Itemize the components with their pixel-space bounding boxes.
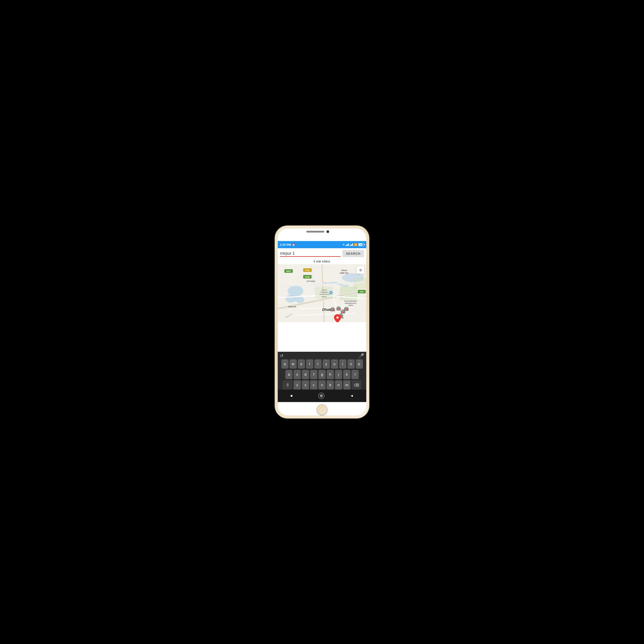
svg-rect-42 xyxy=(345,307,348,308)
signal-bars-2 xyxy=(350,243,353,246)
search-input-container[interactable]: mirpur 1 xyxy=(280,251,341,257)
microphone-icon[interactable]: 🎤 xyxy=(358,353,364,358)
key-5[interactable]: 5t xyxy=(314,359,322,369)
status-bar: 2:25 PM ⏰ ✈ xyxy=(278,241,366,248)
key-4[interactable]: 4r xyxy=(306,359,313,369)
home-button[interactable] xyxy=(318,393,324,399)
key-0[interactable]: 0p xyxy=(356,359,363,369)
status-right: ✈ 📶 8 xyxy=(343,243,364,246)
key-s[interactable]: s xyxy=(294,370,301,379)
signal-bars-1 xyxy=(345,243,349,246)
key-k[interactable]: k xyxy=(343,370,350,379)
search-bar: mirpur 1 SEARCH xyxy=(278,248,366,259)
svg-rect-6 xyxy=(353,278,366,289)
svg-rect-45 xyxy=(339,314,342,315)
keyboard[interactable]: ↺ 🎤 1q 2w 3e 4r 5t 6y 7u 8i 9o xyxy=(278,352,366,402)
key-1[interactable]: 1q xyxy=(281,359,288,369)
svg-text:Uttara: Uttara xyxy=(341,269,347,271)
svg-text:Shahjalal: Shahjalal xyxy=(321,291,328,293)
key-a[interactable]: a xyxy=(285,370,292,379)
svg-rect-33 xyxy=(331,307,334,309)
key-b[interactable]: b xyxy=(327,380,334,390)
language-switch-icon[interactable]: ↺ xyxy=(280,353,283,358)
key-3[interactable]: 3e xyxy=(298,359,305,369)
svg-point-2 xyxy=(286,295,297,303)
status-left: 2:25 PM ⏰ xyxy=(280,243,295,246)
svg-text:⛽: ⛽ xyxy=(345,308,347,310)
key-x[interactable]: x xyxy=(302,380,309,390)
svg-text:N302: N302 xyxy=(305,276,310,278)
svg-text:N501: N501 xyxy=(286,270,291,272)
battery-icon: 80 xyxy=(358,243,364,246)
wifi-icon: 📶 xyxy=(354,243,357,246)
phone-screen-container: 2:25 PM ⏰ ✈ xyxy=(278,229,366,415)
key-9[interactable]: 9o xyxy=(347,359,355,369)
keyboard-top-bar: ↺ 🎤 xyxy=(278,352,366,359)
status-time: 2:25 PM xyxy=(280,243,291,246)
svg-text:Hazrat: Hazrat xyxy=(322,289,327,291)
search-input[interactable]: mirpur 1 xyxy=(280,251,341,256)
svg-text:UTTARA: UTTARA xyxy=(307,280,316,283)
key-6[interactable]: 6y xyxy=(323,359,330,369)
key-8[interactable]: 8i xyxy=(339,359,346,369)
svg-text:R303: R303 xyxy=(305,269,310,271)
key-2[interactable]: 2w xyxy=(290,359,297,369)
map-background: N501 R303 N302 N30 Uttara ABM City xyxy=(278,264,366,322)
svg-rect-36 xyxy=(337,306,340,308)
svg-text:International: International xyxy=(319,293,329,295)
svg-point-47 xyxy=(336,316,339,319)
key-j[interactable]: j xyxy=(335,370,342,379)
alarm-icon: ⏰ xyxy=(292,243,295,246)
key-row-1: 1q 2w 3e 4r 5t 6y 7u 8i 9o 0p xyxy=(279,359,365,369)
key-f[interactable]: f xyxy=(310,370,317,379)
key-n[interactable]: n xyxy=(335,380,342,390)
map-container[interactable]: N501 R303 N302 N30 Uttara ABM City xyxy=(278,264,366,322)
key-g[interactable]: g xyxy=(318,370,326,379)
recent-apps-button[interactable]: ■ xyxy=(290,394,293,398)
phone-device: 2:25 PM ⏰ ✈ xyxy=(275,226,369,418)
svg-text:RESIDENTIAL: RESIDENTIAL xyxy=(345,302,357,304)
key-d[interactable]: d xyxy=(302,370,309,379)
svg-point-3 xyxy=(295,297,304,303)
key-row-3: ⇧ z x c v b n m ⌫ xyxy=(279,380,365,390)
key-m[interactable]: m xyxy=(343,380,350,390)
key-h[interactable]: h xyxy=(327,370,334,379)
phone-camera xyxy=(326,230,329,233)
phone-speaker xyxy=(306,231,324,233)
location-button[interactable]: ⊕ xyxy=(356,266,364,274)
key-row-2: a s d f g h j k l xyxy=(279,370,365,379)
crosshair-icon: ⊕ xyxy=(359,268,362,272)
bottom-nav-bar: ■ ◄ xyxy=(278,390,366,402)
key-z[interactable]: z xyxy=(294,380,301,390)
search-button[interactable]: SEARCH xyxy=(342,250,364,257)
svg-text:AREA: AREA xyxy=(348,304,353,306)
svg-text:N30: N30 xyxy=(360,291,363,293)
svg-rect-39 xyxy=(342,309,344,311)
shift-key[interactable]: ⇧ xyxy=(283,380,292,390)
svg-text:BASUNDHARA: BASUNDHARA xyxy=(344,300,357,302)
svg-text:⛽: ⛽ xyxy=(342,311,344,313)
svg-text:⛽: ⛽ xyxy=(332,309,334,311)
map-svg: N501 R303 N302 N30 Uttara ABM City xyxy=(278,264,366,322)
key-7[interactable]: 7u xyxy=(331,359,338,369)
key-l[interactable]: l xyxy=(352,370,359,379)
map-area-label: 5 KM AREA xyxy=(278,259,366,264)
back-button[interactable]: ◄ xyxy=(350,394,354,398)
battery-level: 80 xyxy=(360,244,362,246)
svg-text:MIRPUR: MIRPUR xyxy=(288,306,296,308)
svg-text:⛽: ⛽ xyxy=(337,308,340,310)
svg-text:✈: ✈ xyxy=(330,292,332,294)
screen: 2:25 PM ⏰ ✈ xyxy=(278,241,366,402)
location-status-icon: ✈ xyxy=(343,243,345,246)
svg-text:ABM City: ABM City xyxy=(340,272,349,274)
backspace-key[interactable]: ⌫ xyxy=(352,380,361,390)
svg-text:Airport: Airport xyxy=(322,296,327,298)
key-v[interactable]: v xyxy=(318,380,326,390)
phone-home-button[interactable] xyxy=(317,404,327,415)
key-c[interactable]: c xyxy=(310,380,317,390)
